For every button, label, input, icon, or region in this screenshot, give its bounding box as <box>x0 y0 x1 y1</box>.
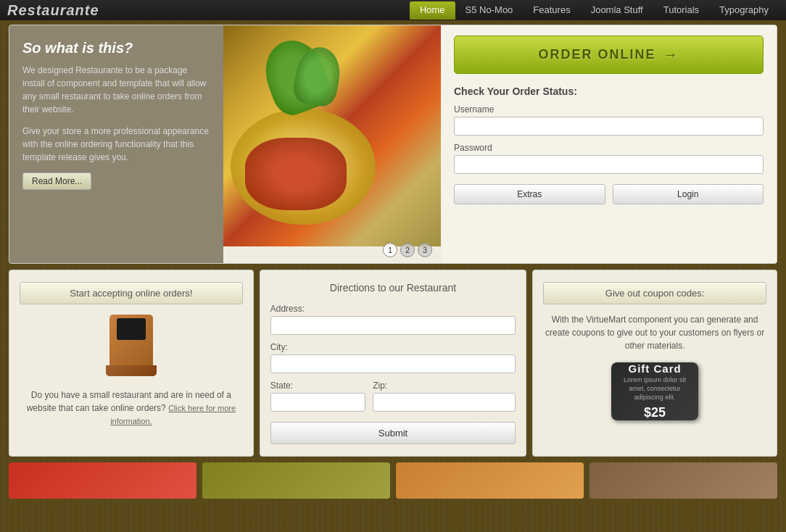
username-label: Username <box>454 104 764 115</box>
gift-card: Gift Card Lorem ipsum dolor sit amet, co… <box>611 362 698 420</box>
city-label: City: <box>270 342 516 352</box>
kiosk-screen <box>117 318 146 340</box>
thumb-2[interactable] <box>202 462 390 499</box>
slideshow-dots: 1 2 3 <box>383 243 432 257</box>
zip-input[interactable] <box>373 393 516 412</box>
coupon-description: With the VirtueMart component you can ge… <box>543 313 766 352</box>
kiosk-base <box>106 365 157 376</box>
food-sauce <box>245 138 347 210</box>
footer-thumbnails <box>9 462 777 499</box>
nav-tutorials[interactable]: Tutorials <box>653 1 709 20</box>
gift-card-title: Gift Card <box>629 362 682 375</box>
login-button[interactable]: Login <box>613 184 764 204</box>
order-btn-arrow: → <box>663 46 679 63</box>
address-input[interactable] <box>270 316 516 335</box>
nav-home[interactable]: Home <box>410 1 455 20</box>
start-panel: Start accepting online orders! Do you ha… <box>9 270 254 457</box>
username-input[interactable] <box>454 117 764 136</box>
nav-bar: Restaurante Home S5 No-Moo Features Joom… <box>0 0 786 20</box>
state-zip-row: State: Zip: <box>270 381 516 419</box>
bottom-section: Start accepting online orders! Do you ha… <box>9 270 777 457</box>
thumb-4[interactable] <box>590 462 777 499</box>
nav-typography[interactable]: Typography <box>709 1 779 20</box>
order-online-button[interactable]: ORDER ONLINE → <box>454 36 764 74</box>
read-more-button[interactable]: Read More... <box>22 173 91 190</box>
coupon-title: Give out coupon codes: <box>543 282 766 304</box>
nav-features[interactable]: Features <box>523 1 580 20</box>
main-wrapper: So what is this? We designed Restaurante… <box>9 25 777 499</box>
start-panel-title: Start accepting online orders! <box>20 282 243 304</box>
kiosk-icon <box>102 315 160 380</box>
form-buttons: Extras Login <box>454 184 764 204</box>
state-input[interactable] <box>270 393 365 412</box>
extras-button[interactable]: Extras <box>454 184 605 204</box>
zip-group: Zip: <box>373 381 516 419</box>
food-visual <box>223 25 441 246</box>
slide-dot-3[interactable]: 3 <box>418 243 432 257</box>
directions-panel: Directions to our Restaurant Address: Ci… <box>260 270 527 457</box>
order-btn-label: ORDER ONLINE <box>538 47 655 62</box>
coupon-panel: Give out coupon codes: With the VirtueMa… <box>532 270 777 457</box>
zip-label: Zip: <box>373 381 516 391</box>
hero-title: So what is this? <box>22 40 210 57</box>
nav-links: Home S5 No-Moo Features Joomla Stuff Tut… <box>410 1 779 20</box>
gift-card-subtitle: Lorem ipsum dolor sit amet, consectetur … <box>619 376 691 402</box>
slide-dot-1[interactable]: 1 <box>383 243 397 257</box>
logo-area: Restaurante <box>7 2 99 19</box>
slideshow-image <box>223 25 441 246</box>
logo: Restaurante <box>7 2 99 19</box>
state-group: State: <box>270 381 365 419</box>
hero-para2: Give your store a more professional appe… <box>22 125 210 164</box>
hero-para1: We designed Restaurante to be a package … <box>22 64 210 116</box>
directions-title: Directions to our Restaurant <box>270 282 516 294</box>
start-panel-body: Do you have a small restaurant and are i… <box>20 388 243 428</box>
top-section: So what is this? We designed Restaurante… <box>9 25 777 264</box>
nav-joomla[interactable]: Joomla Stuff <box>581 1 653 20</box>
thumb-1[interactable] <box>9 462 196 499</box>
address-label: Address: <box>270 304 516 314</box>
check-status-label: Check Your Order Status: <box>454 86 764 97</box>
password-input[interactable] <box>454 155 764 174</box>
nav-s5nomoo[interactable]: S5 No-Moo <box>455 1 524 20</box>
state-label: State: <box>270 381 365 391</box>
left-panel: So what is this? We designed Restaurante… <box>9 25 223 263</box>
thumb-3[interactable] <box>396 462 584 499</box>
city-input[interactable] <box>270 354 516 373</box>
slideshow-panel: 1 2 3 <box>223 25 441 263</box>
gift-card-price: $25 <box>644 405 666 420</box>
password-label: Password <box>454 143 764 153</box>
slide-dot-2[interactable]: 2 <box>400 243 415 257</box>
order-panel: ORDER ONLINE → Check Your Order Status: … <box>441 25 777 263</box>
submit-button[interactable]: Submit <box>270 422 516 444</box>
